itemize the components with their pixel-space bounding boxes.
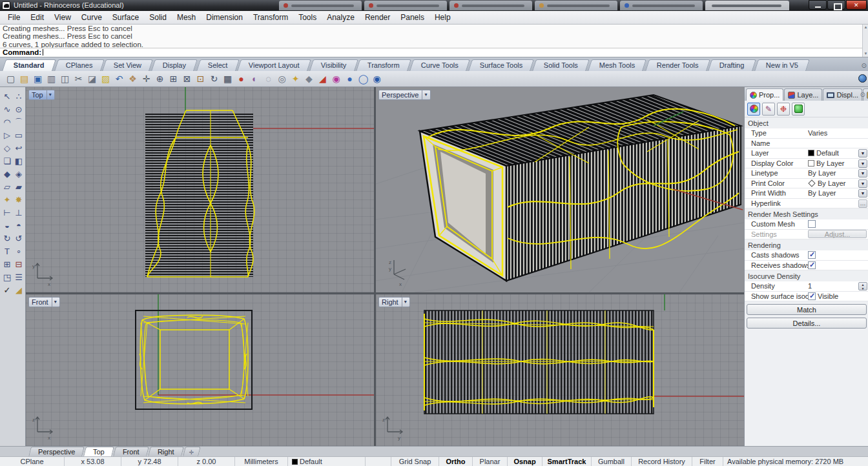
copy-view-icon[interactable]: ◫ [58,72,72,86]
toggle-record-history[interactable]: Record History [632,457,692,466]
block-icon[interactable]: ⊟ [13,258,25,271]
menu-analyze[interactable]: Analyze [322,11,360,24]
prop-row-casts-shadows[interactable]: Casts shadows [745,250,868,261]
trim-icon[interactable]: ◳ [1,271,13,284]
revolve-icon[interactable]: ▰ [13,181,25,194]
box-icon[interactable]: ◆ [1,168,13,181]
rotate-3d-icon[interactable]: ↺ [13,232,25,245]
check-tool-icon[interactable]: ✓ [1,284,13,297]
prop-row-show-isocurves[interactable]: Show surface isoc... Visible [745,292,868,302]
web-browser-icon[interactable] [858,74,867,83]
render-icon[interactable]: ● [234,72,248,86]
toolbar-tab-standard[interactable]: Standard [2,59,56,71]
units-indicator[interactable]: Millimeters [235,457,288,466]
viewport-right-label[interactable]: Right [378,297,410,307]
circle-icon[interactable]: ◠ [1,116,13,129]
paste-icon[interactable]: ▨ [99,72,112,86]
array-icon[interactable]: ⊞ [1,258,13,271]
gumball-tool-icon[interactable]: ◢ [13,284,25,297]
copy-icon[interactable]: ◪ [85,72,99,86]
surface-plane-icon[interactable]: ❏ [1,155,13,168]
layers-tool-icon[interactable]: ☰ [13,271,25,284]
sphere-icon[interactable]: ◈ [13,168,25,181]
zoom-window-icon[interactable]: ⊞ [167,72,180,86]
prop-row-name[interactable]: Name [745,139,868,149]
arc-icon[interactable]: ▷ [1,129,13,142]
panel-tab-display[interactable]: Displ... [823,88,862,101]
control-points-icon[interactable]: ∴ [13,90,25,103]
join-icon[interactable]: ⊢ [1,207,13,219]
menu-surface[interactable]: Surface [107,11,144,24]
layer-dropdown[interactable] [858,149,867,157]
toolbar-tab-cplanes[interactable]: CPlanes [54,59,104,71]
prop-row-hyperlink[interactable]: Hyperlink [745,199,868,209]
viewport-perspective-label[interactable]: Perspective [378,90,431,100]
pan-icon[interactable]: ❖ [126,72,140,86]
menu-curve[interactable]: Curve [76,11,107,24]
current-layer[interactable]: Default [288,457,366,466]
show-objects-icon[interactable]: ◎ [275,72,289,86]
point-tool-icon[interactable]: ∘ [13,245,25,258]
print-width-dropdown[interactable] [858,189,867,198]
light-tool-icon[interactable]: ✦ [1,194,13,207]
prop-row-density[interactable]: Density 1 [745,281,868,292]
boolean-union-icon[interactable]: ◒ [1,219,13,232]
color-wheel-icon[interactable]: ◉ [329,72,343,86]
menu-file[interactable]: File [3,11,25,24]
prop-row-custom-mesh[interactable]: Custom Mesh [745,219,868,230]
ghosted-view-icon[interactable]: ◯ [356,72,370,86]
menu-transform[interactable]: Transform [248,11,293,24]
menu-view[interactable]: View [49,11,76,24]
custom-mesh-checkbox[interactable] [808,220,816,228]
casts-shadows-checkbox[interactable] [808,251,816,259]
toolbar-tab-viewport-layout[interactable]: Viewport Layout [237,59,311,71]
toolbar-tab-solid-tools[interactable]: Solid Tools [532,59,590,71]
prop-row-print-color[interactable]: Print Color By Layer [745,179,868,189]
toolbar-tab-render-tools[interactable]: Render Tools [645,59,710,71]
zoom-extents-icon[interactable]: ⊠ [180,72,194,86]
select-pointer-icon[interactable]: ↖ [1,90,13,103]
rotate-icon[interactable]: ↻ [1,232,13,245]
viewport-right[interactable]: Right [376,294,744,446]
toolbar-tab-surface-tools[interactable]: Surface Tools [468,59,534,71]
material-properties-button[interactable]: ✎ [762,103,775,116]
toolbar-tab-transform[interactable]: Transform [356,59,411,71]
prop-row-display-color[interactable]: Display Color By Layer [745,159,868,169]
viewport-tab-right[interactable]: Right [148,447,183,456]
panel-gear-icon[interactable]: ⊙ [860,91,865,98]
viewport-top-label[interactable]: Top [28,90,55,100]
minimize-button[interactable] [809,0,827,10]
open-file-icon[interactable]: ▤ [17,72,31,86]
toolbar-tab-display[interactable]: Display [152,59,198,71]
menu-render[interactable]: Render [360,11,395,24]
toggle-gumball[interactable]: Gumball [592,457,632,466]
prop-row-receives-shadows[interactable]: Receives shadows [745,261,868,271]
menu-edit[interactable]: Edit [25,11,49,24]
surface-corner-icon[interactable]: ◧ [13,155,25,168]
details-button[interactable]: Details... [747,318,867,329]
rendered-view-icon[interactable]: ◉ [370,72,384,86]
zoom-selected-icon[interactable]: ⊡ [194,72,207,86]
toggle-ortho[interactable]: Ortho [439,457,473,466]
viewport-layout-icon[interactable]: ▦ [221,72,234,86]
viewport-tab-perspective[interactable]: Perspective [28,447,85,456]
viewport-front-label[interactable]: Front [28,297,60,307]
toolbar-tab-new-in-v5[interactable]: New in V5 [754,59,810,71]
close-button[interactable] [846,0,867,10]
menu-panels[interactable]: Panels [395,11,429,24]
split-icon[interactable]: ⊥ [13,207,25,219]
panel-tab-layers[interactable]: Laye... [784,88,822,101]
menu-help[interactable]: Help [429,11,456,24]
prop-row-print-width[interactable]: Print Width By Layer [745,188,868,199]
material-icon[interactable]: ◢ [316,72,329,86]
lights-icon[interactable]: ✦ [289,72,302,86]
polygon-icon[interactable]: ◇ [1,142,13,155]
toolbar-tab-set-view[interactable]: Set View [102,59,153,71]
density-spinner[interactable] [858,282,867,290]
menu-mesh[interactable]: Mesh [172,11,201,24]
undo-icon[interactable]: ↶ [112,72,126,86]
tab-options-icon[interactable]: ⊙ [862,62,867,69]
shaded-view-icon[interactable]: ● [343,72,356,86]
hyperlink-browse-button[interactable] [858,199,867,208]
menu-dimension[interactable]: Dimension [201,11,248,24]
